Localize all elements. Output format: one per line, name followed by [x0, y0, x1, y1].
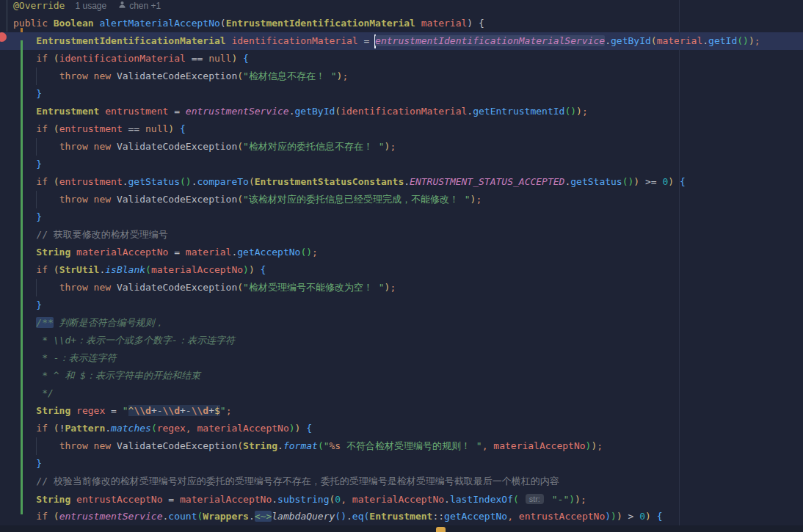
code-token: ValidateCodeException: [117, 70, 237, 81]
vcs-changed-marker[interactable]: [21, 28, 23, 32]
code-line[interactable]: String entrustAcceptNo = materialAcceptN…: [0, 490, 803, 508]
code-token: (: [249, 176, 255, 187]
code-token: ;: [342, 70, 348, 81]
code-token: .: [346, 511, 352, 522]
code-token: ,: [482, 440, 488, 451]
code-token: String: [36, 405, 70, 416]
code-token: /**: [36, 317, 53, 328]
code-line[interactable]: Entrustment entrustment = entrustmentSer…: [0, 103, 803, 120]
code-token: materialAcceptNo: [151, 264, 243, 275]
code-token: {: [657, 511, 663, 522]
code-token: (: [54, 123, 59, 134]
code-token: [13, 35, 36, 46]
code-line[interactable]: throw new ValidateCodeException("检材受理编号不…: [0, 279, 803, 296]
code-token: [70, 247, 76, 258]
code-line[interactable]: throw new ValidateCodeException("该检材对应的委…: [0, 191, 803, 208]
code-line[interactable]: }: [0, 156, 803, 173]
code-token: (: [54, 53, 59, 64]
code-token: ,: [341, 494, 346, 505]
code-token: 不符合检材受理编号的规则！ ": [341, 440, 482, 451]
code-token: 1 usage: [75, 1, 106, 11]
bottom-panel-edge: [0, 525, 803, 532]
code-token: [13, 458, 36, 469]
code-token: ==: [123, 123, 145, 134]
code-token: Boolean: [54, 18, 94, 29]
code-token: [174, 123, 180, 134]
code-token: [13, 352, 42, 363]
code-line[interactable]: throw new ValidateCodeException("检材信息不存在…: [0, 68, 803, 85]
code-line[interactable]: /** 判断是否符合编号规则，: [0, 314, 803, 332]
code-token: ;: [755, 35, 760, 46]
code-token: [346, 494, 352, 505]
code-token: "检材对应的委托信息不存在！ ": [243, 141, 384, 152]
code-line[interactable]: */: [0, 385, 803, 402]
code-token: [13, 405, 36, 416]
code-token: \\d: [163, 405, 180, 416]
code-token: public: [13, 18, 54, 29]
code-token: if: [36, 264, 53, 275]
code-line[interactable]: if (StrUtil.isBlank(materialAcceptNo)) {: [0, 261, 803, 279]
vcs-added-marker[interactable]: [21, 40, 23, 514]
code-line[interactable]: throw new ValidateCodeException("检材对应的委托…: [0, 138, 803, 156]
code-token: entrustment: [59, 123, 123, 134]
code-token: 0: [335, 494, 341, 505]
code-token: isBlank: [105, 264, 145, 275]
code-line[interactable]: if (entrustment.getStatus().compareTo(En…: [0, 173, 803, 191]
code-line[interactable]: String materialAcceptNo = material.getAc…: [0, 244, 803, 261]
code-line[interactable]: if (entrustment == null) {: [0, 120, 803, 138]
code-line[interactable]: }: [0, 455, 803, 473]
code-token: throw new: [59, 194, 117, 205]
code-editor[interactable]: @Override1 usagechen +1public Boolean al…: [0, 0, 803, 532]
code-line[interactable]: // 校验当前修改的检材受理编号对应的委托的受理编号存不存在，委托的受理编号是检…: [0, 473, 803, 490]
code-line[interactable]: }: [0, 296, 803, 314]
code-token: .: [444, 494, 450, 505]
code-token: count: [168, 511, 197, 522]
code-token: String: [36, 247, 70, 258]
code-token: {: [261, 264, 266, 275]
code-token: ): [289, 423, 295, 434]
code-token: regex: [76, 405, 105, 416]
code-token: [237, 53, 243, 64]
code-token: */: [42, 387, 54, 398]
code-token: (: [151, 423, 157, 434]
code-lines[interactable]: @Override1 usagechen +1public Boolean al…: [0, 0, 803, 525]
code-token: [513, 511, 519, 522]
code-token: ): [668, 176, 674, 187]
code-token: throw new: [59, 141, 117, 152]
code-line[interactable]: }: [0, 85, 803, 103]
code-line[interactable]: * -：表示连字符: [0, 349, 803, 367]
code-token: substring: [277, 494, 329, 505]
code-token: getAcceptNo: [444, 511, 507, 522]
code-token: ): [576, 106, 582, 117]
code-line[interactable]: // 获取要修改的检材受理编号: [0, 226, 803, 244]
code-line[interactable]: * \\d+：表示一个或多个数字-：表示连字符: [0, 332, 803, 349]
code-token: (: [237, 440, 243, 451]
code-token: ;: [390, 282, 396, 293]
code-line[interactable]: @Override1 usagechen +1: [0, 0, 803, 15]
code-line[interactable]: if (entrustmentService.count(Wrappers.<~…: [0, 508, 803, 525]
code-token: if: [36, 176, 53, 187]
code-token: alertMaterialAcceptNo: [99, 18, 219, 29]
code-line[interactable]: if (identificationMaterial == null) {: [0, 50, 803, 68]
code-line[interactable]: * ^ 和 $：表示字符串的开始和结束: [0, 367, 803, 385]
code-line[interactable]: EntrustmentIdentificationMaterial identi…: [0, 32, 803, 50]
code-line[interactable]: public Boolean alertMaterialAcceptNo(Ent…: [0, 15, 803, 32]
code-token: @Override: [13, 0, 65, 11]
code-token: if: [36, 123, 53, 134]
code-token: (): [300, 247, 312, 258]
code-token: (: [237, 141, 243, 152]
code-line[interactable]: String regex = "^\\d+-\\d+-\\d+$";: [0, 402, 803, 420]
param-hint: str:: [526, 494, 544, 504]
code-token: [13, 229, 36, 240]
code-token: (: [318, 440, 324, 451]
code-token: .: [123, 176, 128, 187]
code-token: .: [702, 35, 708, 46]
code-line[interactable]: throw new ValidateCodeException(String.f…: [0, 437, 803, 455]
code-token: if: [36, 53, 53, 64]
code-token: .: [105, 423, 111, 434]
code-line[interactable]: }: [0, 208, 803, 226]
code-token: ;: [312, 247, 318, 258]
code-token: matches: [111, 423, 151, 434]
code-line[interactable]: if (!Pattern.matches(regex, materialAcce…: [0, 420, 803, 437]
code-token: ): [633, 176, 639, 187]
